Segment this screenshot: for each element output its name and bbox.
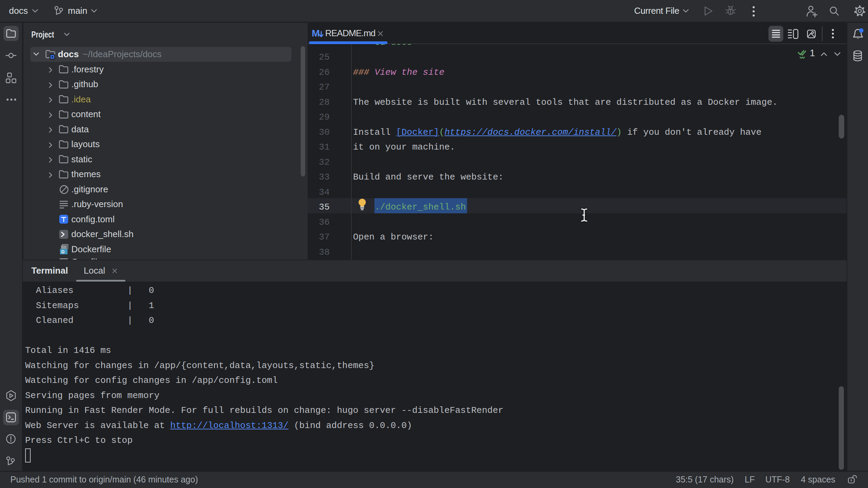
svg-text:D: D (61, 249, 64, 254)
